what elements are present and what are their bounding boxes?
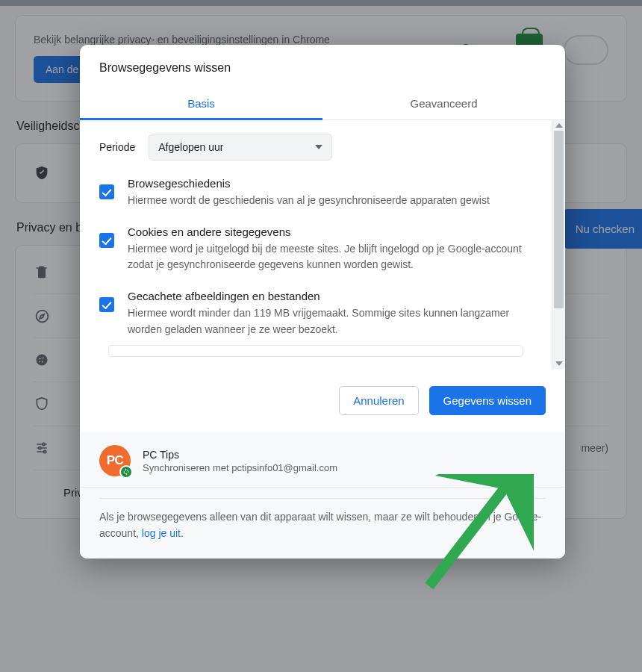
time-range-label: Periode [99, 141, 135, 153]
time-range-select[interactable]: Afgelopen uur [149, 134, 332, 161]
option-title: Browsegeschiedenis [128, 177, 490, 190]
dialog-title: Browsegegevens wissen [80, 45, 565, 87]
scrollbar-thumb[interactable] [554, 131, 564, 308]
truncated-content-indicator [108, 345, 523, 357]
dialog-footnote: Als je browsegegevens alleen van dit app… [80, 488, 565, 558]
tab-advanced[interactable]: Geavanceerd [322, 87, 565, 119]
option-title: Cookies en andere sitegegevens [128, 225, 532, 238]
option-cookies: Cookies en andere sitegegevens Hiermee w… [99, 225, 532, 273]
dialog-scrollbar[interactable] [552, 120, 565, 369]
checkbox-browsing-history[interactable] [99, 184, 114, 199]
option-browsing-history: Browsegeschiedenis Hiermee wordt de gesc… [99, 177, 532, 209]
footnote-text-post: . [181, 527, 184, 539]
option-description: Hiermee wordt de geschiedenis van al je … [128, 193, 490, 209]
account-name: PC Tips [143, 449, 337, 461]
scroll-down-icon[interactable] [555, 361, 563, 366]
time-range-row: Periode Afgelopen uur [99, 134, 532, 161]
chevron-down-icon [315, 145, 322, 149]
cancel-button[interactable]: Annuleren [339, 386, 418, 415]
account-info-band: PC PC Tips Synchroniseren met pctipsinfo… [80, 432, 565, 488]
account-sync-line: Synchroniseren met pctipsinfo01@gmail.co… [143, 462, 337, 473]
scrollbar-track[interactable] [552, 131, 565, 358]
sync-badge-icon [119, 465, 133, 479]
time-range-value: Afgelopen uur [158, 141, 223, 153]
option-cached-files: Gecachete afbeeldingen en bestanden Hier… [99, 290, 532, 337]
scroll-up-icon[interactable] [555, 123, 563, 128]
option-title: Gecachete afbeeldingen en bestanden [128, 290, 532, 302]
option-description: Hiermee word je uitgelogd bij de meeste … [128, 241, 532, 273]
avatar: PC [99, 445, 131, 476]
tab-basic[interactable]: Basis [80, 87, 322, 119]
dialog-footer: Annuleren Gegevens wissen PC PC Tips Syn… [80, 369, 565, 558]
clear-data-button[interactable]: Gegevens wissen [429, 386, 546, 415]
dialog-tabs: Basis Geavanceerd [80, 87, 565, 120]
sign-out-link[interactable]: log je uit [142, 527, 181, 539]
option-description: Hiermee wordt minder dan 119 MB vrijgema… [128, 305, 532, 337]
checkbox-cached-files[interactable] [99, 297, 114, 312]
clear-browsing-data-dialog: Browsegegevens wissen Basis Geavanceerd … [80, 45, 565, 559]
dialog-scroll-area: Periode Afgelopen uur Browsegeschiedenis… [80, 120, 565, 369]
checkbox-cookies[interactable] [99, 233, 114, 248]
